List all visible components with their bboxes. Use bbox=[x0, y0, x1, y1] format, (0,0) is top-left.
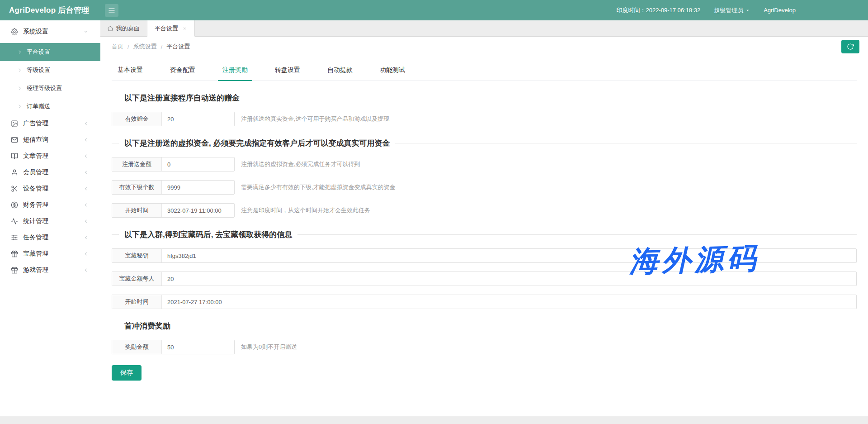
sidebar-item-label: 设备管理 bbox=[23, 185, 48, 193]
sidebar-sub-item[interactable]: 等级设置 bbox=[0, 61, 100, 79]
account-name[interactable]: AgriDevelop bbox=[764, 7, 796, 14]
chevron-left-icon bbox=[83, 251, 89, 257]
form-field-row: 宝藏秘钥 bbox=[112, 248, 857, 263]
sidebar-sub-item-label: 平台设置 bbox=[27, 48, 50, 56]
form-field-row: 有效赠金注册就送的真实资金,这个可用于购买产品和游戏以及提现 bbox=[112, 112, 857, 126]
chevron-right-icon bbox=[17, 49, 23, 55]
field-label: 有效下级个数 bbox=[112, 181, 162, 194]
close-tab-icon[interactable] bbox=[183, 26, 187, 31]
sidebar-item-label: 会员管理 bbox=[23, 168, 48, 176]
sidebar-item-label: 短信查询 bbox=[23, 136, 48, 144]
field-box: 注册送金额 bbox=[112, 157, 235, 172]
field-hint: 如果为0则不开启赠送 bbox=[241, 343, 297, 351]
sidebar-item[interactable]: 任务管理 bbox=[0, 229, 100, 246]
field-input[interactable] bbox=[162, 204, 234, 217]
sidebar-sub-item[interactable]: 平台设置 bbox=[0, 43, 100, 61]
field-label: 有效赠金 bbox=[112, 112, 162, 126]
settings-tab[interactable]: 自动提款 bbox=[323, 66, 357, 81]
sidebar-item[interactable]: 文章管理 bbox=[0, 148, 100, 164]
sidebar-sub-item[interactable]: 经理等级设置 bbox=[0, 79, 100, 97]
save-button[interactable]: 保存 bbox=[112, 365, 142, 381]
window-tab-label: 我的桌面 bbox=[116, 24, 140, 33]
user-icon bbox=[11, 169, 18, 176]
field-input[interactable] bbox=[162, 112, 234, 126]
sidebar-item-label: 广告管理 bbox=[23, 119, 48, 128]
field-label: 宝藏秘钥 bbox=[112, 249, 162, 262]
settings-tab[interactable]: 功能测试 bbox=[375, 66, 410, 81]
window-tab[interactable]: 平台设置 bbox=[147, 20, 195, 37]
sidebar-item[interactable]: 财务管理 bbox=[0, 197, 100, 213]
sidebar-item-label: 任务管理 bbox=[23, 233, 48, 242]
sliders-icon bbox=[11, 234, 18, 241]
field-hint: 注意是印度时间，从这个时间开始才会生效此任务 bbox=[241, 206, 370, 214]
sidebar-sub-item-label: 等级设置 bbox=[27, 66, 50, 74]
chevron-left-icon bbox=[83, 121, 89, 126]
chevron-down-icon bbox=[83, 29, 89, 34]
field-box: 开始时间 bbox=[112, 295, 857, 309]
window-tab[interactable]: 我的桌面 bbox=[100, 20, 147, 36]
sidebar-item-label: 游戏管理 bbox=[23, 266, 48, 274]
form-field-row: 注册送金额注册就送的虚拟资金,必须完成任务才可以得到 bbox=[112, 157, 857, 172]
breadcrumb-item: 平台设置 bbox=[166, 43, 190, 51]
field-input[interactable] bbox=[162, 340, 234, 354]
settings-tab[interactable]: 基本设置 bbox=[113, 66, 147, 81]
sidebar-item[interactable]: 系统设置 bbox=[0, 20, 100, 43]
field-input[interactable] bbox=[162, 181, 234, 194]
sidebar: 系统设置平台设置等级设置经理等级设置订单赠送广告管理短信查询文章管理会员管理设备… bbox=[0, 20, 100, 416]
field-input[interactable] bbox=[162, 272, 856, 286]
sidebar-item[interactable]: 统计管理 bbox=[0, 213, 100, 229]
sidebar-item[interactable]: 广告管理 bbox=[0, 115, 100, 132]
sidebar-item-label: 财务管理 bbox=[23, 201, 48, 209]
field-input[interactable] bbox=[162, 249, 856, 262]
form-field-row: 奖励金额如果为0则不开启赠送 bbox=[112, 340, 857, 354]
breadcrumb-item[interactable]: 首页 bbox=[112, 43, 123, 51]
form-field-row: 开始时间注意是印度时间，从这个时间开始才会生效此任务 bbox=[112, 203, 857, 218]
caret-down-icon bbox=[745, 8, 750, 13]
breadcrumb-item[interactable]: 系统设置 bbox=[133, 43, 157, 51]
tab-strip: 我的桌面平台设置 bbox=[100, 20, 868, 37]
sidebar-item-label: 统计管理 bbox=[23, 217, 48, 225]
sidebar-item[interactable]: 宝藏管理 bbox=[0, 246, 100, 262]
app-title: AgriDevelop 后台管理 bbox=[0, 5, 100, 15]
sidebar-sub-item[interactable]: 订单赠送 bbox=[0, 97, 100, 115]
field-hint: 需要满足多少有有效的下级,才能把虚拟资金变成真实的资金 bbox=[241, 183, 396, 191]
scissors-icon bbox=[11, 185, 18, 192]
sidebar-toggle-button[interactable] bbox=[105, 4, 118, 17]
breadcrumb: 首页/系统设置/平台设置 bbox=[112, 43, 190, 51]
field-box: 宝藏秘钥 bbox=[112, 248, 857, 263]
settings-tab[interactable]: 转盘设置 bbox=[270, 66, 305, 81]
field-input[interactable] bbox=[162, 295, 856, 309]
breadcrumb-separator: / bbox=[161, 43, 163, 50]
menu-icon bbox=[108, 7, 115, 14]
sidebar-sub-item-label: 经理等级设置 bbox=[27, 84, 62, 92]
section-title: 首冲消费奖励 bbox=[112, 321, 857, 331]
sidebar-item[interactable]: 设备管理 bbox=[0, 181, 100, 197]
settings-tab[interactable]: 注册奖励 bbox=[218, 66, 252, 81]
chevron-left-icon bbox=[83, 153, 89, 159]
role-dropdown[interactable]: 超级管理员 bbox=[714, 6, 750, 14]
sidebar-item[interactable]: 短信查询 bbox=[0, 132, 100, 148]
breadcrumb-separator: / bbox=[127, 43, 129, 50]
field-label: 注册送金额 bbox=[112, 157, 162, 171]
chevron-right-icon bbox=[17, 67, 23, 73]
field-box: 开始时间 bbox=[112, 203, 235, 218]
window-tab-label: 平台设置 bbox=[155, 24, 178, 33]
field-input[interactable] bbox=[162, 157, 234, 171]
sidebar-item[interactable]: 会员管理 bbox=[0, 164, 100, 181]
settings-tab[interactable]: 资金配置 bbox=[165, 66, 200, 81]
sidebar-item[interactable]: 游戏管理 bbox=[0, 262, 100, 278]
settings-tabs: 基本设置资金配置注册奖励转盘设置自动提款功能测试 bbox=[112, 66, 857, 81]
field-label: 开始时间 bbox=[112, 204, 162, 217]
home-icon bbox=[108, 26, 113, 31]
form-field-row: 有效下级个数需要满足多少有有效的下级,才能把虚拟资金变成真实的资金 bbox=[112, 180, 857, 195]
chevron-left-icon bbox=[83, 202, 89, 208]
breadcrumb-bar: 首页/系统设置/平台设置 bbox=[100, 37, 868, 57]
chevron-left-icon bbox=[83, 170, 89, 175]
refresh-button[interactable] bbox=[841, 40, 859, 53]
section-title: 以下是注册送的虚拟资金, 必须要完成指定有效客户后才可以变成真实可用资金 bbox=[112, 138, 857, 148]
field-box: 宝藏金额每人 bbox=[112, 272, 857, 286]
field-label: 宝藏金额每人 bbox=[112, 272, 162, 286]
section-title: 以下是入群,得到宝藏码后, 去宝藏领取获得的信息 bbox=[112, 229, 857, 240]
chevron-left-icon bbox=[83, 267, 89, 273]
form-field-row: 宝藏金额每人 bbox=[112, 272, 857, 286]
